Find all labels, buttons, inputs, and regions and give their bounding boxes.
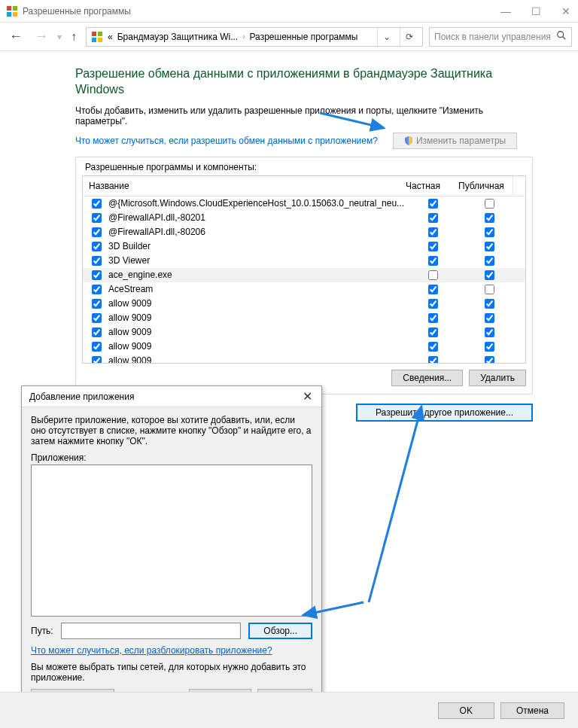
- table-row[interactable]: 3D Builder: [83, 239, 525, 254]
- enable-checkbox[interactable]: [92, 285, 102, 294]
- private-checkbox[interactable]: [428, 342, 438, 352]
- enable-checkbox[interactable]: [92, 342, 102, 352]
- table-row[interactable]: allow 9009: [83, 340, 525, 354]
- app-name-label: ace_engine.exe: [108, 270, 172, 280]
- instruction-text: Чтобы добавить, изменить или удалить раз…: [75, 105, 533, 126]
- refresh-button[interactable]: ⟳: [400, 28, 418, 46]
- app-name-label: @FirewallAPI.dll,-80206: [108, 227, 205, 237]
- details-button[interactable]: Сведения...: [391, 370, 463, 386]
- table-row[interactable]: @FirewallAPI.dll,-80206: [83, 225, 525, 239]
- apps-table: Название Частная Публичная @{Microsoft.W…: [82, 175, 526, 364]
- cp-icon: [91, 31, 103, 43]
- col-private-header[interactable]: Частная: [400, 176, 452, 196]
- public-checkbox[interactable]: [485, 270, 494, 280]
- address-dropdown[interactable]: ⌄: [377, 28, 395, 46]
- window-title: Разрешенные программы: [23, 6, 500, 17]
- table-row[interactable]: 3D Viewer: [83, 254, 525, 268]
- risk-link[interactable]: Что может случиться, если разрешить обме…: [75, 136, 378, 146]
- enable-checkbox[interactable]: [92, 299, 102, 309]
- address-bar[interactable]: « Брандмауэр Защитника Wi... › Разрешенн…: [86, 27, 423, 47]
- ok-button[interactable]: OK: [438, 702, 494, 719]
- shield-icon: [404, 136, 413, 145]
- table-row[interactable]: @{Microsoft.Windows.CloudExperienceHost_…: [83, 196, 525, 211]
- enable-checkbox[interactable]: [92, 256, 102, 266]
- enable-checkbox[interactable]: [92, 213, 102, 223]
- app-name-label: allow 9009: [108, 298, 151, 309]
- table-row[interactable]: @FirewallAPI.dll,-80201: [83, 211, 525, 225]
- col-name-header[interactable]: Название: [83, 176, 400, 196]
- add-app-dialog: Добавление приложения ✕ Выберите приложе…: [21, 385, 322, 714]
- col-public-header[interactable]: Публичная: [452, 176, 513, 196]
- public-checkbox[interactable]: [485, 227, 494, 237]
- enable-checkbox[interactable]: [92, 327, 102, 337]
- svg-line-9: [563, 37, 566, 40]
- svg-rect-6: [92, 38, 96, 42]
- dialog-titlebar: Добавление приложения ✕: [22, 386, 321, 407]
- chevron-right-icon: ›: [242, 32, 245, 41]
- private-checkbox[interactable]: [428, 256, 438, 266]
- enable-checkbox[interactable]: [92, 242, 102, 251]
- public-checkbox[interactable]: [485, 299, 494, 309]
- private-checkbox[interactable]: [428, 313, 438, 323]
- enable-checkbox[interactable]: [92, 313, 102, 323]
- private-checkbox[interactable]: [428, 242, 438, 251]
- enable-checkbox[interactable]: [92, 270, 102, 280]
- public-checkbox[interactable]: [485, 342, 494, 352]
- public-checkbox[interactable]: [485, 313, 494, 323]
- private-checkbox[interactable]: [428, 285, 438, 294]
- private-checkbox[interactable]: [428, 213, 438, 223]
- nav-up-button[interactable]: ↑: [68, 30, 80, 44]
- apps-listbox[interactable]: [31, 465, 312, 617]
- svg-rect-7: [98, 38, 102, 42]
- public-checkbox[interactable]: [485, 327, 494, 337]
- breadcrumb-1[interactable]: Брандмауэр Защитника Wi...: [117, 32, 238, 42]
- table-row[interactable]: allow 9009: [83, 325, 525, 340]
- public-checkbox[interactable]: [485, 242, 494, 251]
- public-checkbox[interactable]: [485, 256, 494, 266]
- public-checkbox[interactable]: [485, 199, 494, 209]
- dialog-note: Вы можете выбрать типы сетей, для которы…: [31, 662, 312, 683]
- svg-rect-2: [7, 12, 11, 17]
- nav-back-button[interactable]: ←: [6, 29, 26, 44]
- change-settings-button[interactable]: Изменить параметры: [393, 133, 517, 149]
- private-checkbox[interactable]: [428, 299, 438, 309]
- enable-checkbox[interactable]: [92, 356, 102, 363]
- path-input[interactable]: [61, 623, 242, 639]
- allowed-apps-group: Разрешенные программы и компоненты: Назв…: [75, 157, 533, 394]
- dialog-risk-link[interactable]: Что может случиться, если разблокировать…: [31, 645, 272, 656]
- table-row[interactable]: allow 9009: [83, 354, 525, 363]
- cancel-button[interactable]: Отмена: [500, 702, 564, 719]
- search-input[interactable]: Поиск в панели управления: [429, 27, 572, 47]
- private-checkbox[interactable]: [428, 356, 438, 363]
- search-placeholder: Поиск в панели управления: [434, 32, 552, 42]
- close-button[interactable]: ✕: [560, 5, 572, 17]
- private-checkbox[interactable]: [428, 270, 438, 280]
- dialog-close-button[interactable]: ✕: [298, 389, 317, 404]
- apps-label: Приложения:: [31, 452, 312, 463]
- enable-checkbox[interactable]: [92, 199, 102, 209]
- private-checkbox[interactable]: [428, 227, 438, 237]
- table-row[interactable]: allow 9009: [83, 311, 525, 325]
- private-checkbox[interactable]: [428, 327, 438, 337]
- table-body[interactable]: @{Microsoft.Windows.CloudExperienceHost_…: [83, 196, 525, 363]
- browse-button[interactable]: Обзор...: [248, 623, 312, 639]
- remove-button[interactable]: Удалить: [469, 370, 526, 386]
- public-checkbox[interactable]: [485, 213, 494, 223]
- private-checkbox[interactable]: [428, 199, 438, 209]
- enable-checkbox[interactable]: [92, 227, 102, 237]
- minimize-button[interactable]: —: [500, 5, 512, 17]
- allow-another-button[interactable]: Разрешить другое приложение...: [356, 404, 533, 422]
- main-content: Разрешение обмена данными с приложениями…: [0, 51, 578, 429]
- page-heading: Разрешение обмена данными с приложениями…: [75, 66, 533, 98]
- annotation-arrow-2: [361, 399, 437, 610]
- public-checkbox[interactable]: [485, 285, 494, 294]
- dialog-instruction: Выберите приложение, которое вы хотите д…: [31, 415, 312, 446]
- public-checkbox[interactable]: [485, 356, 494, 363]
- app-name-label: 3D Viewer: [108, 255, 150, 266]
- maximize-button[interactable]: ☐: [530, 5, 542, 17]
- search-icon[interactable]: [556, 30, 567, 43]
- table-row[interactable]: AceStream: [83, 282, 525, 297]
- table-row[interactable]: ace_engine.exe: [83, 268, 525, 282]
- table-row[interactable]: allow 9009: [83, 297, 525, 311]
- breadcrumb-2[interactable]: Разрешенные программы: [250, 32, 358, 42]
